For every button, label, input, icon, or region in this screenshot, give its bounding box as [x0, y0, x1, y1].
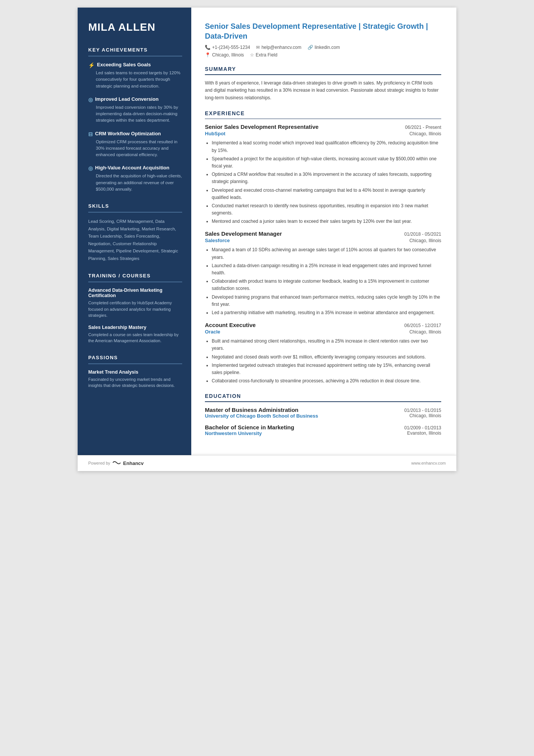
achievement-desc-2: Improved lead conversion rates by 30% by… [88, 104, 182, 124]
training-list: Advanced Data-Driven Marketing Certifica… [88, 288, 182, 344]
brand-logo [112, 460, 121, 466]
training-desc-2: Completed a course on sales team leaders… [88, 332, 182, 344]
edu-2-school-row: Northwestern University Evanston, Illino… [205, 430, 441, 436]
edu-item-1: Master of Business Administration 01/201… [205, 407, 441, 419]
edu-2-location: Evanston, Illinois [407, 430, 441, 436]
email-icon: ✉ [256, 45, 260, 50]
achievement-item-1: ⚡ Exceeding Sales Goals Led sales teams … [88, 62, 182, 89]
contact-row-2: 📍 Chicago, Illinois ☆ Extra Field [205, 52, 441, 58]
summary-section-title: SUMMARY [205, 66, 441, 72]
edu-1-location: Chicago, Illinois [409, 413, 441, 419]
achievement-item-4: ◎ High-Value Account Acquisition Directe… [88, 165, 182, 193]
edu-2-header: Bachelor of Science in Marketing 01/2009… [205, 424, 441, 430]
passion-title-1: Market Trend Analysis [88, 369, 182, 375]
edu-2-school: Northwestern University [205, 430, 262, 436]
location-text: Chicago, Illinois [212, 52, 244, 58]
summary-text: With 8 years of experience, I leverage d… [205, 80, 441, 102]
education-divider [205, 401, 441, 402]
phone-contact: 📞 +1-(234)-555-1234 [205, 45, 250, 50]
brand-name: Enhancv [123, 460, 144, 466]
job-1-company-row: HubSpot Chicago, Illinois [205, 131, 441, 136]
star-icon: ☆ [250, 52, 254, 58]
achievement-title-3: ⊟ CRM Workflow Optimization [88, 131, 182, 137]
edu-2-date: 01/2009 - 01/2013 [404, 425, 441, 430]
skills-divider [88, 212, 182, 213]
job-1-location: Chicago, Illinois [409, 131, 441, 136]
edu-1-header: Master of Business Administration 01/201… [205, 407, 441, 413]
email-contact: ✉ help@enhancv.com [256, 45, 301, 50]
job-3-bullet-3: Implemented targeted outreach strategies… [212, 362, 441, 376]
achievement-item-3: ⊟ CRM Workflow Optimization Optimized CR… [88, 131, 182, 158]
achievement-desc-3: Optimized CRM processes that resulted in… [88, 139, 182, 158]
enhancv-icon [112, 460, 121, 465]
main-content: Senior Sales Development Representative … [191, 8, 456, 455]
training-title-2: Sales Leadership Mastery [88, 325, 182, 330]
experience-section-title: EXPERIENCE [205, 110, 441, 116]
skills-title: SKILLS [88, 203, 182, 209]
edu-1-date: 01/2013 - 01/2015 [404, 408, 441, 413]
achievement-title-2: ◎ Improved Lead Conversion [88, 96, 182, 103]
job-3-header: Account Executive 06/2015 - 12/2017 [205, 322, 441, 328]
account-icon: ◎ [88, 165, 93, 171]
job-1-bullet-4: Developed and executed cross-channel mar… [212, 187, 441, 201]
linkedin-icon: 🔗 [308, 45, 313, 50]
sidebar: MILA ALLEN KEY ACHIEVEMENTS ⚡ Exceeding … [78, 8, 191, 455]
job-1-date: 06/2021 - Present [405, 125, 441, 130]
job-2-bullet-3: Collaborated with product teams to integ… [212, 278, 441, 292]
edu-1-degree: Master of Business Administration [205, 407, 298, 413]
lightning-icon: ⚡ [88, 62, 95, 68]
job-3-bullet-2: Negotiated and closed deals worth over $… [212, 354, 441, 361]
job-2-bullet-1: Managed a team of 10 SDRs achieving an a… [212, 246, 441, 261]
job-2-bullet-4: Developed training programs that enhance… [212, 294, 441, 308]
powered-by-label: Powered by [88, 461, 110, 465]
footer-left: Powered by Enhancv [88, 460, 144, 466]
summary-divider [205, 74, 441, 75]
extra-contact: ☆ Extra Field [250, 52, 277, 58]
training-title: TRAINING / COURSES [88, 273, 182, 279]
skills-text: Lead Scoring, CRM Management, Data Analy… [88, 218, 182, 262]
job-2-company-row: Salesforce Chicago, Illinois [205, 238, 441, 243]
job-2-bullet-5: Led a partnership initiative with market… [212, 309, 441, 316]
job-1-bullet-5: Conducted market research to identify ne… [212, 202, 441, 217]
job-3-company-row: Oracle Chicago, Illinois [205, 329, 441, 335]
job-1-bullet-1: Implemented a lead scoring model which i… [212, 139, 441, 154]
extra-text: Extra Field [256, 52, 277, 58]
location-contact: 📍 Chicago, Illinois [205, 52, 244, 58]
job-1-title: Senior Sales Development Representative [205, 124, 319, 130]
training-divider [88, 282, 182, 282]
job-1-bullet-3: Optimized a CRM workflow that resulted i… [212, 171, 441, 185]
location-icon: 📍 [205, 52, 211, 58]
job-1-bullet-6: Mentored and coached a junior sales team… [212, 218, 441, 225]
achievements-title: KEY ACHIEVEMENTS [88, 47, 182, 53]
training-item-2: Sales Leadership Mastery Completed a cou… [88, 325, 182, 344]
achievements-list: ⚡ Exceeding Sales Goals Led sales teams … [88, 62, 182, 193]
target-icon: ◎ [88, 97, 93, 103]
job-2-title: Sales Development Manager [205, 230, 282, 237]
footer-website: www.enhancv.com [411, 461, 446, 465]
achievement-title-1: ⚡ Exceeding Sales Goals [88, 62, 182, 68]
job-1-bullet-2: Spearheaded a project for the acquisitio… [212, 155, 441, 170]
achievement-desc-4: Directed the acquisition of high-value c… [88, 173, 182, 193]
job-2-bullets: Managed a team of 10 SDRs achieving an a… [205, 246, 441, 316]
achievement-title-4: ◎ High-Value Account Acquisition [88, 165, 182, 171]
edu-2-degree: Bachelor of Science in Marketing [205, 424, 294, 430]
job-1-header: Senior Sales Development Representative … [205, 124, 441, 130]
passions-divider [88, 363, 182, 364]
candidate-name: MILA ALLEN [88, 21, 182, 33]
achievement-item-2: ◎ Improved Lead Conversion Improved lead… [88, 96, 182, 124]
achievements-divider [88, 56, 182, 56]
job-3-company: Oracle [205, 329, 220, 335]
phone-text: +1-(234)-555-1234 [212, 45, 250, 50]
workflow-icon: ⊟ [88, 131, 93, 137]
job-2-company: Salesforce [205, 238, 230, 243]
edu-item-2: Bachelor of Science in Marketing 01/2009… [205, 424, 441, 436]
passion-item-1: Market Trend Analysis Fascinated by unco… [88, 369, 182, 389]
phone-icon: 📞 [205, 45, 211, 50]
job-1-company: HubSpot [205, 131, 225, 136]
linkedin-contact: 🔗 linkedin.com [308, 45, 340, 50]
achievement-desc-1: Led sales teams to exceed targets by 120… [88, 70, 182, 89]
edu-1-school: University of Chicago Booth School of Bu… [205, 413, 318, 419]
email-text: help@enhancv.com [261, 45, 301, 50]
training-title-1: Advanced Data-Driven Marketing Certifica… [88, 288, 182, 298]
job-2-header: Sales Development Manager 01/2018 - 05/2… [205, 230, 441, 237]
